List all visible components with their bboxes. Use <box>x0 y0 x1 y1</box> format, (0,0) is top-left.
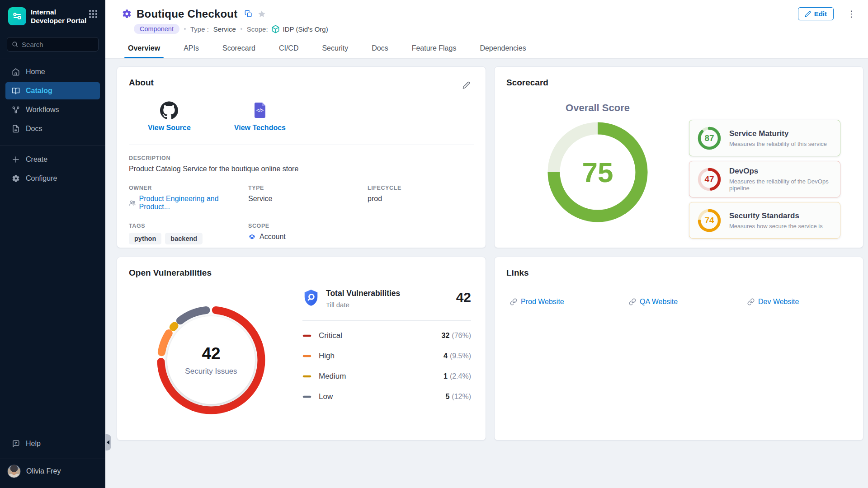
tag-chip[interactable]: backend <box>165 233 203 244</box>
edit-button[interactable]: Edit <box>798 7 834 20</box>
chevron-left-icon <box>107 440 109 445</box>
home-icon <box>12 68 20 76</box>
sidebar-spacer <box>0 189 105 433</box>
scorecard-item-devops[interactable]: 47 DevOps Measures the reliability of th… <box>689 161 840 197</box>
view-techdocs-link[interactable]: </> View Techdocs <box>234 101 286 132</box>
sidebar-search[interactable] <box>7 37 99 52</box>
sidebar-item-configure[interactable]: Configure <box>5 170 100 187</box>
overall-score-donut: 75 <box>546 120 650 224</box>
entity-meta-row: Component Type : Service Scope: IDP (Sid… <box>105 20 868 34</box>
security-issues-caption: Security Issues <box>185 367 237 376</box>
pencil-icon <box>805 11 811 17</box>
score-desc: Measures the reliability of the DevOps p… <box>729 178 833 192</box>
score-ring: 47 <box>697 167 722 192</box>
sidebar-actions: Create Configure <box>0 146 105 189</box>
brand-title: Internal Developer Portal <box>31 8 89 25</box>
tag-chip[interactable]: python <box>129 233 161 244</box>
sidebar-item-create[interactable]: Create <box>5 151 100 168</box>
about-card: About View Source </> View Techdocs DESC… <box>117 66 486 248</box>
about-edit-button[interactable] <box>462 81 470 89</box>
sidebar-item-label: Configure <box>26 174 57 183</box>
help-chat-icon: ? <box>12 440 20 448</box>
scope-label: Scope: <box>247 25 268 33</box>
overall-score-value: 75 <box>546 120 650 224</box>
tab-bar: Overview APIs Scorecard CI/CD Security D… <box>105 40 868 58</box>
sidebar-item-help[interactable]: ? Help <box>5 435 100 452</box>
apps-grid-icon[interactable] <box>89 10 99 20</box>
search-icon <box>12 41 18 48</box>
overview-content: About View Source </> View Techdocs DESC… <box>105 59 868 488</box>
legend-row-low: Low 5 (12%) <box>302 386 471 407</box>
book-open-icon <box>12 87 20 95</box>
component-gear-icon <box>122 9 132 19</box>
favorite-star-button[interactable] <box>258 10 266 18</box>
tab-scorecard[interactable]: Scorecard <box>222 40 256 58</box>
sidebar-item-label: Catalog <box>26 87 52 95</box>
link-icon <box>510 298 517 305</box>
links-heading: Links <box>506 268 851 278</box>
workflows-icon <box>12 106 20 114</box>
copy-name-button[interactable] <box>245 10 252 18</box>
sidebar-item-label: Workflows <box>26 106 59 114</box>
user-menu[interactable]: Olivia Frey <box>0 459 105 480</box>
divider <box>302 320 471 321</box>
view-source-link[interactable]: View Source <box>148 101 191 132</box>
scope-label: SCOPE <box>248 223 368 229</box>
sidebar-item-catalog[interactable]: Catalog <box>5 82 100 99</box>
kebab-menu-button[interactable]: ⋮ <box>847 9 856 18</box>
topbar: Boutique Checkout Edit ⋮ Component Type … <box>105 0 868 59</box>
description-label: DESCRIPTION <box>129 155 474 161</box>
sidebar-item-workflows[interactable]: Workflows <box>5 101 100 118</box>
scorecard-heading: Scorecard <box>506 78 851 88</box>
type-value: Service <box>213 25 236 33</box>
total-vulnerabilities-title: Total Vulnerabilities <box>326 289 450 298</box>
tab-security[interactable]: Security <box>321 40 349 58</box>
file-text-icon <box>12 125 20 133</box>
security-issues-count: 42 <box>202 344 220 363</box>
links-card: Links Prod Website QA Website Dev Websit… <box>494 257 863 441</box>
link-prod-website[interactable]: Prod Website <box>510 298 629 306</box>
search-input[interactable] <box>22 41 94 48</box>
sidebar-item-home[interactable]: Home <box>5 63 100 80</box>
vulnerabilities-donut: 42 Security Issues <box>157 306 265 414</box>
shield-search-icon <box>302 289 320 308</box>
high-dash-icon <box>302 354 311 358</box>
tab-dependencies[interactable]: Dependencies <box>479 40 527 58</box>
pencil-icon <box>462 81 470 89</box>
tab-feature-flags[interactable]: Feature Flags <box>411 40 458 58</box>
plus-icon <box>12 155 20 164</box>
link-qa-website[interactable]: QA Website <box>629 298 747 306</box>
overall-score-label: Overall Score <box>566 102 630 114</box>
scope-value: IDP (Sid's Org) <box>283 25 328 33</box>
sidebar-collapse-handle[interactable] <box>105 434 111 450</box>
sidebar-item-label: Create <box>26 155 47 164</box>
score-name: Service Maturity <box>729 129 827 138</box>
type-value: Service <box>248 195 368 203</box>
tab-cicd[interactable]: CI/CD <box>278 40 300 58</box>
scope-value: Account <box>259 233 286 241</box>
sidebar-item-label: Help <box>26 440 41 448</box>
total-vulnerabilities-value: 42 <box>456 290 471 305</box>
sidebar: Internal Developer Portal Home Catalog W… <box>0 0 105 488</box>
account-scope-icon <box>248 233 256 241</box>
sidebar-item-docs[interactable]: Docs <box>5 120 100 137</box>
owner-link[interactable]: Product Engineering and Product... <box>129 195 248 211</box>
description-value: Product Catalog Service for the boutique… <box>129 165 474 173</box>
scorecard-item-security-standards[interactable]: 74 Security Standards Measures how secur… <box>689 202 840 239</box>
type-label: Type : <box>190 25 209 33</box>
brand: Internal Developer Portal <box>0 0 105 32</box>
score-desc: Measures the reliability of this service <box>729 141 827 147</box>
scope-cube-icon <box>271 25 280 33</box>
type-label: TYPE <box>248 185 368 191</box>
sidebar-item-label: Docs <box>26 125 42 133</box>
score-ring: 87 <box>697 126 722 151</box>
tab-overview[interactable]: Overview <box>127 40 161 58</box>
vulnerabilities-card: Open Vulnerabilities 42 Security Issues <box>117 257 486 441</box>
tab-docs[interactable]: Docs <box>371 40 389 58</box>
link-dev-website[interactable]: Dev Website <box>747 298 799 306</box>
page-title: Boutique Checkout <box>137 8 237 20</box>
tab-apis[interactable]: APIs <box>183 40 200 58</box>
scorecard-item-service-maturity[interactable]: 87 Service Maturity Measures the reliabi… <box>689 120 840 156</box>
score-ring: 74 <box>697 208 722 233</box>
copy-icon <box>245 10 252 18</box>
